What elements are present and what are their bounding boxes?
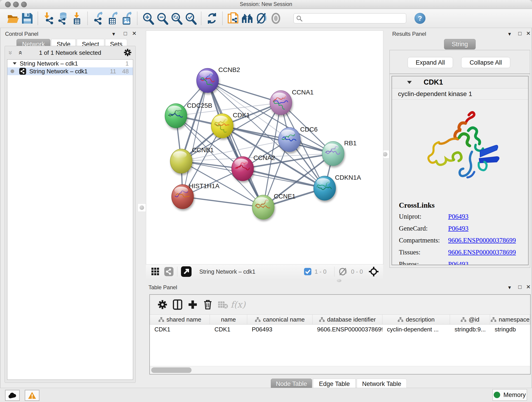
open-in-new-window-icon[interactable] [181, 266, 191, 277]
network-node-CCNB1[interactable] [170, 149, 192, 173]
network-node-CCNA1[interactable] [270, 90, 292, 115]
network-graph[interactable]: CCNB2CCNA1CDC25BCDK1CDC6RB1CCNB1CCNA2CDK… [146, 31, 383, 264]
crosslink-pharos-link[interactable]: P06493 [448, 260, 469, 265]
import-network-from-file-button[interactable] [41, 11, 56, 26]
fit-content-crosshair-icon[interactable] [368, 266, 379, 277]
network-node-CDKN1A[interactable] [314, 176, 336, 200]
panel-float-icon[interactable]: □ [518, 284, 522, 290]
import-network-icon [42, 12, 55, 25]
memory-button[interactable]: Memory [493, 389, 527, 401]
network-node-CCNE1[interactable] [252, 195, 274, 219]
network-column-icon [158, 317, 164, 322]
collection-expander-icon[interactable] [13, 62, 17, 65]
table-cell[interactable]: CDK1 [150, 325, 210, 334]
selected-checkbox-icon[interactable] [304, 268, 311, 275]
network-view-toolbar: String Network – cdk1 1 - 0 0 - 0 [146, 264, 383, 279]
table-cell[interactable]: CDK1 [210, 325, 247, 334]
crosslink-uniprot-link[interactable]: P06493 [448, 213, 469, 220]
column-header-namespace[interactable]: namespace [490, 315, 530, 324]
save-session-button[interactable] [20, 11, 34, 26]
zoom-selected-button[interactable] [184, 11, 198, 26]
import-network-from-database-button[interactable] [56, 11, 70, 26]
panel-close-icon[interactable]: ✕ [526, 30, 531, 37]
tab-string[interactable]: String [444, 39, 476, 50]
collapse-all-button[interactable]: Collapse All [461, 57, 510, 68]
crosslink-row: Tissues: 9606.ENSP00000378699 [399, 249, 528, 256]
panel-menu-icon[interactable]: ▾ [112, 31, 115, 37]
crosslink-genecard-link[interactable]: P06493 [448, 225, 469, 232]
column-header-name[interactable]: name [210, 315, 247, 324]
clone-network-button[interactable] [226, 11, 240, 26]
panel-menu-icon[interactable]: ▾ [508, 284, 511, 291]
crosslink-label: Pharos: [399, 260, 448, 265]
column-header-canonical-name[interactable]: canonical name [247, 315, 312, 324]
cloud-status-button[interactable] [5, 390, 20, 401]
hide-selected-button[interactable] [254, 11, 269, 26]
panel-close-icon[interactable]: ✕ [526, 284, 531, 290]
network-edge-HIST1H1A-CCNE1[interactable] [183, 197, 263, 207]
zoom-fit-button[interactable] [169, 11, 184, 26]
table-row[interactable]: CDK1CDK1P064939606.ENSP00000378699cyclin… [150, 325, 530, 334]
zoom-out-button[interactable] [155, 11, 169, 26]
network-node-CDK1[interactable] [211, 114, 233, 138]
table-cell[interactable]: P06493 [247, 325, 312, 334]
export-network-button[interactable] [91, 11, 105, 26]
panel-close-icon[interactable]: ✕ [132, 30, 137, 37]
export-image-button[interactable] [120, 11, 134, 26]
column-header-description[interactable]: description [382, 315, 450, 324]
network-node-CCNB2[interactable] [196, 68, 219, 93]
table-header-row: shared namenamecanonical namedatabase id… [150, 314, 530, 325]
show-all-button[interactable] [269, 11, 283, 26]
network-column-icon [255, 317, 261, 322]
open-session-button[interactable] [6, 11, 20, 26]
add-column-button[interactable] [185, 298, 200, 312]
table-cell[interactable]: cyclin-dependent ... [382, 325, 450, 334]
search-input[interactable] [293, 13, 406, 23]
panel-float-icon[interactable]: □ [518, 30, 522, 37]
grid-view-icon[interactable] [151, 267, 160, 276]
network-node-CDC6[interactable] [278, 128, 300, 152]
zoom-in-button[interactable] [141, 11, 155, 26]
panel-float-icon[interactable]: □ [124, 30, 127, 37]
table-cell[interactable]: stringdb [490, 325, 530, 334]
network-options-gear-icon[interactable] [123, 48, 132, 57]
column-header--id[interactable]: @id [450, 315, 490, 324]
left-splitter-handle[interactable] [138, 204, 146, 212]
show-columns-button[interactable] [170, 298, 185, 312]
help-button[interactable]: ? [414, 13, 425, 24]
table-cell[interactable]: 9606.ENSP00000378699 [312, 325, 382, 334]
gene-expander-icon[interactable] [407, 81, 412, 84]
table-horizontal-scrollbar[interactable] [150, 366, 530, 374]
first-neighbors-button[interactable] [240, 11, 254, 26]
gene-header-row[interactable]: CDK1 [392, 76, 528, 89]
network-edge-CCNB2-CCNA1[interactable] [208, 80, 281, 103]
table-settings-button[interactable] [155, 298, 170, 312]
network-birdseye-icon[interactable] [164, 267, 173, 276]
scrollbar-thumb[interactable] [151, 367, 191, 373]
horizontal-splitter-handle[interactable] [337, 279, 341, 282]
apply-layout-button[interactable] [205, 11, 219, 26]
panel-menu-icon[interactable]: ▾ [508, 31, 511, 37]
crosslink-compartments-link[interactable]: 9606.ENSP00000378699 [448, 236, 516, 244]
delete-column-button[interactable] [200, 298, 215, 312]
column-header-label: namespace [499, 316, 530, 323]
crosslink-tissues-link[interactable]: 9606.ENSP00000378699 [448, 249, 516, 256]
network-canvas[interactable]: CCNB2CCNA1CDC25BCDK1CDC6RB1CCNB1CCNA2CDK… [146, 31, 383, 264]
eye-slash-icon [255, 12, 268, 25]
export-table-button[interactable] [105, 11, 120, 26]
network-node-CCNA2[interactable] [232, 157, 254, 181]
network-row[interactable]: String Network – cdk1 11 48 [7, 67, 133, 75]
expand-all-button[interactable]: Expand All [408, 57, 453, 68]
column-header-shared-name[interactable]: shared name [150, 315, 210, 324]
network-collection-row[interactable]: String Network – cdk1 1 [7, 60, 133, 67]
warnings-button[interactable] [25, 390, 39, 401]
network-tree: String Network – cdk1 1 String Network –… [7, 59, 133, 380]
network-edge-CCNB2-HIST1H1A[interactable] [183, 80, 208, 197]
column-header-database-identifier[interactable]: database identifier [312, 315, 382, 324]
import-table-button[interactable] [70, 11, 84, 26]
network-node-CDC25B[interactable] [165, 104, 187, 128]
network-node-RB1[interactable] [322, 141, 344, 166]
hidden-eye-slash-icon[interactable] [338, 268, 348, 275]
save-floppy-icon [21, 12, 33, 25]
table-cell[interactable]: stringdb:9... [450, 325, 490, 334]
